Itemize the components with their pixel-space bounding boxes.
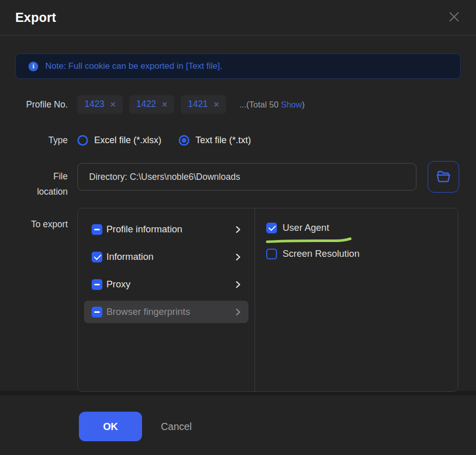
tree-item-label: Proxy xyxy=(106,279,234,290)
profile-tag: 1421 ✕ xyxy=(181,95,226,114)
chevron-right-icon[interactable] xyxy=(234,253,242,261)
checkbox-indeterminate-icon[interactable] xyxy=(92,279,102,290)
tree-item-proxy[interactable]: Proxy xyxy=(84,273,248,296)
tree-item-profile-information[interactable]: Profile information xyxy=(84,218,248,240)
profile-tag-value: 1422 xyxy=(136,99,156,110)
checkbox-indeterminate-icon[interactable] xyxy=(92,224,102,235)
tags-summary-suffix: ) xyxy=(302,100,305,109)
profile-tag-value: 1421 xyxy=(188,99,208,110)
profile-tag: 1423 ✕ xyxy=(77,95,123,114)
file-location-row: File location xyxy=(15,161,459,193)
tag-remove-icon[interactable]: ✕ xyxy=(162,101,168,108)
cancel-button[interactable]: Cancel xyxy=(161,412,192,441)
type-label: Type xyxy=(15,135,68,146)
tag-remove-icon[interactable]: ✕ xyxy=(110,101,116,108)
radio-icon-selected xyxy=(179,135,189,146)
type-options: Excel file (*.xlsx) Text file (*.txt) xyxy=(77,135,251,146)
close-button[interactable] xyxy=(445,8,463,25)
tags-summary: ...(Total 50 Show) xyxy=(239,100,304,110)
to-export-label: To export xyxy=(15,208,68,392)
radio-option-text[interactable]: Text file (*.txt) xyxy=(179,135,251,146)
tree-item-label: Profile information xyxy=(106,224,234,235)
open-folder-icon xyxy=(435,169,452,185)
profile-no-label: Profile No. xyxy=(15,99,68,110)
type-row: Type Excel file (*.xlsx) Text file (*.tx… xyxy=(15,131,251,149)
file-path-input[interactable] xyxy=(77,163,416,191)
radio-icon-unselected xyxy=(77,135,88,146)
profile-tags: 1423 ✕ 1422 ✕ 1421 ✕ ...(Total 50 Show) xyxy=(77,95,304,114)
ok-button[interactable]: OK xyxy=(79,412,142,441)
radio-label: Text file (*.txt) xyxy=(195,135,251,146)
dialog-title: Export xyxy=(15,0,56,35)
file-location-label-line1: File xyxy=(53,171,68,181)
annotation-underline xyxy=(265,237,353,244)
note-banner: i Note: Full cookie can be exported in [… xyxy=(15,53,461,79)
file-location-label-line2: location xyxy=(37,186,68,197)
chevron-right-icon[interactable] xyxy=(234,308,242,316)
tree-item-browser-fingerprints[interactable]: Browser fingerprints xyxy=(84,301,248,323)
checkbox-checked-icon[interactable] xyxy=(92,252,102,262)
tree-item-label: Browser fingerprints xyxy=(106,306,234,317)
chevron-right-icon[interactable] xyxy=(234,281,242,288)
tags-summary-prefix: ...(Total 50 xyxy=(239,100,281,109)
tag-remove-icon[interactable]: ✕ xyxy=(213,101,219,108)
checkbox-unchecked-icon[interactable] xyxy=(266,249,277,259)
note-text: Note: Full cookie can be exported in [Te… xyxy=(45,61,222,71)
tree-item-label: Information xyxy=(106,251,234,262)
leaf-item-screen-resolution[interactable]: Screen Resolution xyxy=(266,246,458,261)
to-export-row: To export Profile information Informatio… xyxy=(15,208,458,392)
chevron-right-icon[interactable] xyxy=(234,226,242,233)
leaf-item-label: Screen Resolution xyxy=(283,248,359,259)
file-location-label: File location xyxy=(15,161,68,193)
close-icon xyxy=(447,10,461,23)
tree-item-information[interactable]: Information xyxy=(84,246,248,268)
checkbox-checked-icon[interactable] xyxy=(266,223,277,233)
export-dialog: Export i Note: Full cookie can be export… xyxy=(0,0,476,455)
radio-label: Excel file (*.xlsx) xyxy=(94,135,161,146)
leaf-item-user-agent[interactable]: User Agent xyxy=(266,220,458,235)
show-link[interactable]: Show xyxy=(281,100,302,109)
export-categories-list: Profile information Information Proxy xyxy=(78,208,255,391)
profile-no-row: Profile No. 1423 ✕ 1422 ✕ 1421 ✕ ...(Tot… xyxy=(15,94,304,115)
leaf-item-label: User Agent xyxy=(283,222,329,233)
export-fields-list: User Agent Screen Resolution xyxy=(255,208,458,391)
radio-option-excel[interactable]: Excel file (*.xlsx) xyxy=(77,135,161,146)
export-tree-panel: Profile information Information Proxy xyxy=(77,208,458,392)
profile-tag-value: 1423 xyxy=(85,99,104,110)
dialog-header: Export xyxy=(0,0,476,36)
browse-folder-button[interactable] xyxy=(428,161,459,193)
info-icon: i xyxy=(29,62,38,71)
checkbox-indeterminate-icon[interactable] xyxy=(92,307,102,317)
profile-tag: 1422 ✕ xyxy=(129,95,175,114)
